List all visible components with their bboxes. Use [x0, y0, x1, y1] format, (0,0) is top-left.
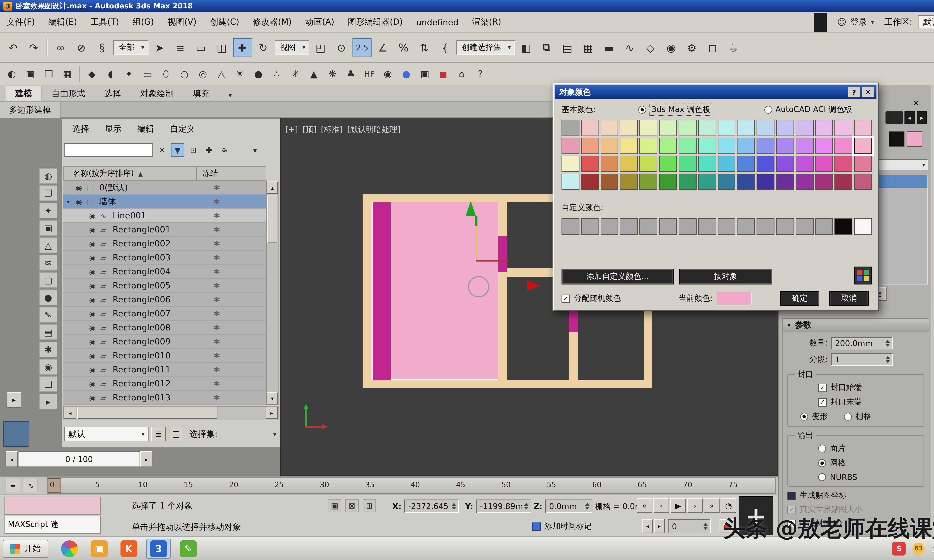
menu-item[interactable]: 编辑(E) [42, 12, 84, 32]
menu-item[interactable]: 修改器(M) [246, 12, 299, 32]
undo-button[interactable]: ↶ [3, 38, 22, 57]
color-swatch[interactable] [737, 120, 755, 136]
max-palette-radio[interactable] [638, 106, 646, 114]
ok-button[interactable]: 确定 [780, 291, 819, 306]
menu-item[interactable]: 创建(C) [203, 12, 246, 32]
building-icon[interactable]: ⌂ [453, 65, 470, 82]
go-to-end-button[interactable]: » [704, 498, 720, 513]
clone-icon[interactable]: ❐ [40, 65, 57, 82]
color-swatch[interactable] [640, 156, 657, 172]
color-swatch[interactable] [581, 120, 599, 136]
eye-icon[interactable]: ◉ [89, 240, 100, 248]
next-key-icon[interactable]: ▸ [140, 451, 153, 467]
display-monitor-icon[interactable]: ▢ [39, 272, 57, 288]
snaps-toggle-button[interactable]: 2.5 [353, 38, 371, 57]
add-custom-color-button[interactable]: 添加自定义颜色... [561, 269, 674, 285]
layer-manager-button[interactable]: ▦ [579, 38, 598, 57]
title-bar[interactable]: 3 卧室效果图设计.max - Autodesk 3ds Max 2018 _ … [0, 0, 934, 12]
custom-color-swatch[interactable] [679, 218, 697, 235]
name-column-header[interactable]: 名称(按升序排序) [73, 169, 134, 178]
frozen-icon[interactable]: ✱ [214, 309, 220, 318]
more-dropdown-icon[interactable]: ▾ [248, 143, 262, 157]
tab-自由形式[interactable]: 自由形式 [43, 86, 94, 102]
custom-color-swatch[interactable] [835, 218, 852, 235]
display-geometry-icon[interactable]: ❐ [39, 185, 57, 201]
light-icon[interactable]: ✦ [120, 65, 137, 82]
frozen-icon[interactable]: ✱ [214, 281, 220, 290]
tab-填充[interactable]: 填充 [184, 86, 219, 102]
color-swatch[interactable] [737, 174, 755, 190]
list-item[interactable]: ◉▱Rectangle004✱ [63, 265, 266, 279]
expand-panel-icon[interactable]: ▸ [39, 394, 57, 409]
list-item[interactable]: ◉▱Rectangle012✱ [63, 377, 266, 391]
display-spacewarps-icon[interactable]: ≋ [39, 255, 57, 271]
amount-field[interactable]: 200.0mm [831, 337, 893, 349]
custom-color-swatch[interactable] [815, 218, 833, 235]
spinner-snap-button[interactable]: ⇅ [415, 38, 434, 57]
taskbar-pinwheel-icon[interactable] [57, 538, 82, 559]
color-swatch[interactable] [561, 138, 579, 154]
track-bar-range[interactable]: 0 / 100 [18, 451, 140, 467]
color-swatch[interactable] [640, 174, 657, 190]
explorer-menu-编辑[interactable]: 编辑 [137, 124, 154, 135]
color-swatch[interactable] [601, 156, 618, 172]
spinner-arrows-icon[interactable] [885, 356, 890, 363]
eye-icon[interactable]: ◉ [89, 380, 100, 388]
eye-icon[interactable]: ◉ [89, 366, 100, 374]
spinner-arrows-icon[interactable] [885, 340, 890, 347]
eye-icon[interactable]: ◉ [89, 337, 100, 346]
color-swatch[interactable] [776, 120, 794, 136]
color-swatch[interactable] [854, 120, 872, 136]
tray-sogou-icon[interactable]: S [892, 542, 906, 555]
next-frame-small-icon[interactable]: ▸ [654, 519, 664, 533]
color-swatch[interactable] [718, 138, 735, 154]
frozen-icon[interactable]: ✱ [214, 337, 220, 346]
frozen-icon[interactable]: ✱ [214, 197, 220, 206]
selection-filter-dropdown[interactable]: 全部▾ [113, 40, 148, 55]
spinner-arrows-icon[interactable] [452, 503, 456, 509]
viewport-label-part[interactable]: [标准] [321, 125, 343, 135]
select-and-move-button[interactable]: ✚ [233, 38, 252, 57]
eye-icon[interactable]: ◉ [89, 295, 100, 304]
eye-icon[interactable]: ◉ [89, 254, 100, 262]
bind-to-space-warp-button[interactable]: § [92, 38, 111, 57]
by-object-button[interactable]: 按对象 [679, 269, 772, 285]
filter-icon[interactable]: ▼ [171, 143, 184, 157]
color-swatch[interactable] [757, 156, 774, 172]
mirror-button[interactable]: ◧ [516, 38, 536, 57]
color-swatch[interactable] [581, 174, 599, 190]
docked-monitor-icon[interactable] [885, 111, 903, 124]
list-header[interactable]: 名称(按升序排序) ▲ 冻结 [63, 166, 266, 181]
color-swatch[interactable] [679, 156, 697, 172]
display-helpers-icon[interactable]: △ [39, 237, 57, 253]
add-time-tag-button[interactable]: 添加时间标记 [532, 522, 592, 531]
sun-icon[interactable]: ☀ [231, 65, 248, 82]
scroll-left-icon[interactable]: ◂ [64, 406, 76, 419]
frozen-icon[interactable]: ✱ [214, 323, 220, 332]
previous-key-icon[interactable]: ◂ [6, 451, 18, 467]
layer-stack-icon[interactable]: ≣ [151, 427, 166, 441]
random-color-checkbox[interactable] [561, 294, 570, 303]
eye-icon[interactable]: ◉ [76, 197, 87, 206]
color-swatch[interactable] [620, 156, 638, 172]
list-item[interactable]: ◉▱Rectangle001✱ [63, 223, 266, 237]
taskbar-3dsmax-icon[interactable]: 3 [146, 538, 171, 559]
list-item[interactable]: ◉▱Rectangle007✱ [63, 307, 266, 321]
donut-shape-icon[interactable]: ◎ [194, 65, 211, 82]
spinner-arrows-icon[interactable] [524, 503, 528, 509]
eye-icon[interactable]: ◉ [89, 282, 100, 290]
menu-item[interactable]: 图形编辑器(D) [341, 12, 410, 32]
taskbar-k-music-icon[interactable]: K [117, 538, 141, 559]
spinner-arrows-icon[interactable] [585, 503, 589, 509]
eye-icon[interactable]: ◉ [76, 183, 87, 192]
ribbon-dropdown-icon[interactable]: ▾ [224, 89, 236, 102]
aci-palette-radio[interactable] [764, 106, 772, 114]
keyboard-shortcut-toggle[interactable]: { [435, 38, 455, 57]
aci-palette-label[interactable]: AutoCAD ACI 调色板 [775, 105, 852, 115]
generate-mapping-checkbox[interactable] [788, 491, 796, 500]
menu-item[interactable]: 工具(T) [84, 12, 126, 32]
curve-editor-button[interactable]: ∿ [620, 38, 639, 57]
eye-icon[interactable]: ◉ [89, 268, 100, 276]
color-swatch[interactable] [581, 138, 599, 154]
macro-recorder-strip[interactable] [5, 497, 101, 515]
